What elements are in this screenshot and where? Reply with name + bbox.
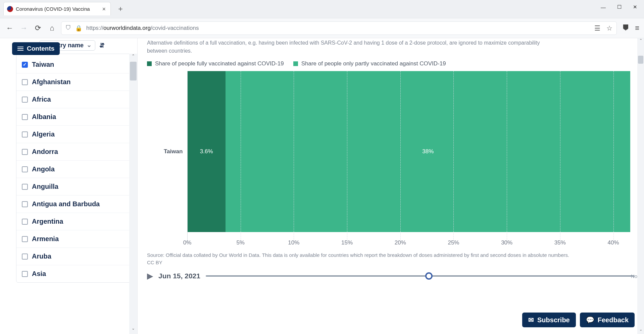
page-scrollbar[interactable]: ⌃ ⌄ <box>637 38 644 334</box>
country-checkbox[interactable] <box>22 166 28 172</box>
country-name-label: Afghanistan <box>32 78 71 86</box>
sidebar-scrollbar[interactable]: ⌃ ⌄ <box>129 54 137 334</box>
hamburger-icon <box>17 47 23 51</box>
window-maximize-icon[interactable]: ☐ <box>617 4 622 10</box>
country-checkbox[interactable] <box>22 62 28 68</box>
country-checkbox[interactable] <box>22 79 28 85</box>
window-minimize-icon[interactable]: — <box>601 4 606 10</box>
timeline-slider[interactable]: No <box>206 273 635 279</box>
x-gridline <box>294 71 294 242</box>
country-row-angola[interactable]: Angola <box>16 160 134 178</box>
subscribe-button[interactable]: ✉ Subscribe <box>522 313 576 327</box>
y-category-label: Taiwan <box>164 148 183 155</box>
nav-reload-icon[interactable]: ⟳ <box>33 24 43 33</box>
shield-icon[interactable]: ⛉ <box>65 25 71 32</box>
nav-forward-icon[interactable]: → <box>19 24 29 33</box>
window-close-icon[interactable]: ✕ <box>633 4 637 10</box>
country-checkbox[interactable] <box>22 184 28 190</box>
legend-item-partly[interactable]: Share of people only partly vaccinated a… <box>293 60 446 67</box>
country-checkbox[interactable] <box>22 271 28 277</box>
country-name-label: Armenia <box>32 235 59 243</box>
feedback-button[interactable]: 💬 Feedback <box>580 313 635 327</box>
country-checkbox[interactable] <box>22 131 28 137</box>
sidebar-scroll-thumb[interactable] <box>130 62 137 80</box>
bookmark-star-icon[interactable]: ☆ <box>606 24 612 32</box>
tab-title: Coronavirus (COVID-19) Vaccina <box>16 6 90 12</box>
chart-panel: Alternative definitions of a full vaccin… <box>138 38 644 334</box>
country-row-taiwan[interactable]: Taiwan <box>16 54 134 73</box>
hamburger-menu-icon[interactable]: ≡ <box>635 24 639 33</box>
legend-label-fully: Share of people fully vaccinated against… <box>155 60 284 67</box>
country-row-anguilla[interactable]: Anguilla <box>16 178 134 195</box>
page-scroll-thumb[interactable] <box>638 56 643 64</box>
contents-toggle-button[interactable]: Contents <box>12 42 60 55</box>
x-gridline <box>400 71 401 242</box>
page-scroll-up-icon[interactable]: ⌃ <box>637 38 644 45</box>
x-gridline <box>613 71 614 242</box>
timeline-knob[interactable] <box>425 272 433 280</box>
lock-icon[interactable]: 🔒 <box>75 25 82 32</box>
timeline-row: ▶ Jun 15, 2021 No <box>147 271 635 281</box>
x-tick-label: 40% <box>608 239 619 246</box>
country-checkbox[interactable] <box>22 97 28 103</box>
country-sidebar: Sort by Country name ⇵ Contents TaiwanAf… <box>0 38 138 334</box>
country-row-aruba[interactable]: Aruba <box>16 247 134 265</box>
chart-license[interactable]: CC BY <box>147 260 635 265</box>
page-scroll-down-icon[interactable]: ⌄ <box>637 327 644 334</box>
browser-tab-active[interactable]: Coronavirus (COVID-19) Vaccina × <box>3 2 111 15</box>
play-button-icon[interactable]: ▶ <box>147 271 153 281</box>
country-row-armenia[interactable]: Armenia <box>16 230 134 247</box>
country-name-label: Africa <box>32 96 51 103</box>
nav-back-icon[interactable]: ← <box>5 24 15 33</box>
x-tick-label: 15% <box>341 239 353 246</box>
country-name-label: Asia <box>32 270 46 278</box>
legend-item-fully[interactable]: Share of people fully vaccinated against… <box>147 60 284 67</box>
country-row-antigua-and-barbuda[interactable]: Antigua and Barbuda <box>16 195 134 213</box>
x-gridline <box>507 71 507 242</box>
country-row-asia[interactable]: Asia <box>16 265 134 282</box>
speech-bubble-icon: 💬 <box>586 316 594 324</box>
pocket-icon[interactable]: ⛊ <box>621 24 631 33</box>
scroll-up-icon[interactable]: ⌃ <box>129 54 137 62</box>
scroll-down-icon[interactable]: ⌄ <box>129 326 137 334</box>
address-bar[interactable]: ⛉ 🔒 https://ourworldindata.org/covid-vac… <box>61 21 617 35</box>
x-gridline <box>347 71 347 242</box>
envelope-icon: ✉ <box>528 316 534 324</box>
country-row-afghanistan[interactable]: Afghanistan <box>16 73 134 91</box>
x-gridline <box>241 71 241 242</box>
country-checkbox[interactable] <box>22 201 28 207</box>
country-row-argentina[interactable]: Argentina <box>16 213 134 230</box>
country-name-label: Taiwan <box>32 61 54 68</box>
x-gridline <box>453 71 454 242</box>
timeline-date[interactable]: Jun 15, 2021 <box>158 272 200 280</box>
x-tick-label: 20% <box>395 239 406 246</box>
country-checkbox[interactable] <box>22 254 28 260</box>
country-row-andorra[interactable]: Andorra <box>16 143 134 160</box>
reader-mode-icon[interactable]: ☰ <box>594 24 600 32</box>
country-checkbox[interactable] <box>22 114 28 120</box>
country-name-label: Argentina <box>32 218 63 225</box>
bar-segment-fully[interactable]: 3.6% <box>187 71 226 232</box>
url-text: https://ourworldindata.org/covid-vaccina… <box>86 25 199 32</box>
country-checkbox[interactable] <box>22 236 28 242</box>
country-name-label: Anguilla <box>32 183 58 190</box>
chart-note: Alternative definitions of a full vaccin… <box>147 38 550 55</box>
chart-plot-area[interactable]: Taiwan 3.6% 38% 42% 0%5%10%15%20%25%30%3… <box>187 71 635 232</box>
country-name-label: Antigua and Barbuda <box>32 200 100 208</box>
sort-direction-button[interactable]: ⇵ <box>99 42 105 49</box>
country-checkbox[interactable] <box>22 219 28 225</box>
chart-source-text: Source: Official data collated by Our Wo… <box>147 252 600 259</box>
country-checkbox[interactable] <box>22 149 28 155</box>
chart-legend: Share of people fully vaccinated against… <box>147 60 635 67</box>
country-row-africa[interactable]: Africa <box>16 91 134 108</box>
country-row-algeria[interactable]: Algeria <box>16 125 134 143</box>
tab-close-icon[interactable]: × <box>101 6 107 12</box>
new-tab-button[interactable]: ＋ <box>114 2 127 15</box>
nav-home-icon[interactable]: ⌂ <box>47 24 57 33</box>
timeline-end-hint: No <box>631 273 637 279</box>
country-row-albania[interactable]: Albania <box>16 108 134 125</box>
bar-segment-partly[interactable]: 38% <box>226 71 630 232</box>
x-tick-label: 10% <box>288 239 299 246</box>
timeline-track <box>206 275 635 277</box>
country-list: TaiwanAfghanistanAfricaAlbaniaAlgeriaAnd… <box>16 54 134 283</box>
